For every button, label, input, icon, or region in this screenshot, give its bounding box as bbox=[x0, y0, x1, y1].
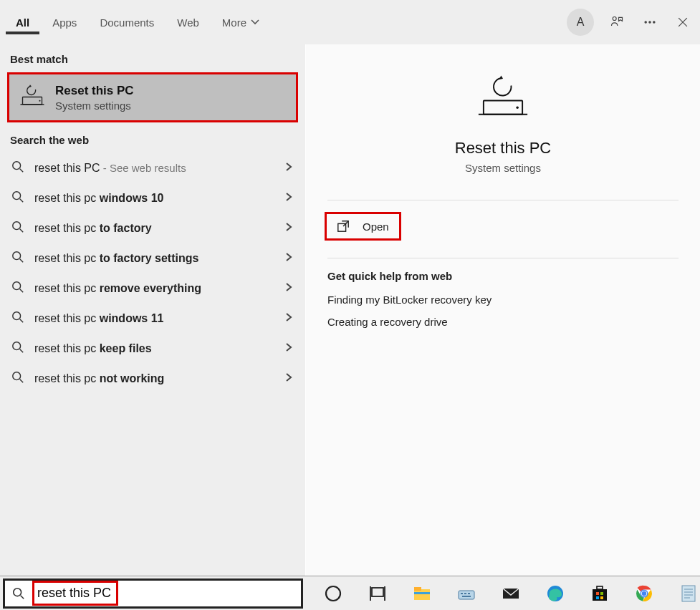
results-panel: Best match Reset this PC System settings… bbox=[0, 44, 305, 576]
best-match-text: Reset this PC System settings bbox=[55, 84, 134, 112]
svg-point-17 bbox=[14, 588, 21, 596]
svg-point-7 bbox=[13, 192, 21, 200]
svg-point-15 bbox=[516, 106, 519, 109]
help-link-recovery-drive[interactable]: Creating a recovery drive bbox=[327, 316, 679, 328]
preview-subtitle: System settings bbox=[320, 162, 686, 174]
chevron-down-icon bbox=[251, 19, 259, 25]
web-result[interactable]: reset this PC - See web results bbox=[0, 153, 305, 183]
file-explorer-icon[interactable] bbox=[411, 582, 433, 605]
svg-point-9 bbox=[13, 252, 21, 260]
web-result[interactable]: reset this pc to factory bbox=[0, 213, 305, 243]
svg-rect-20 bbox=[414, 589, 430, 600]
open-icon bbox=[337, 220, 350, 233]
svg-rect-26 bbox=[468, 593, 470, 594]
search-icon bbox=[11, 311, 24, 326]
chevron-right-icon bbox=[285, 162, 292, 175]
svg-rect-33 bbox=[600, 592, 603, 595]
svg-rect-19 bbox=[372, 588, 383, 596]
section-best-match: Best match bbox=[0, 44, 305, 72]
svg-point-2 bbox=[649, 21, 651, 23]
search-input[interactable] bbox=[32, 581, 118, 606]
web-result-label: reset this pc to factory bbox=[34, 222, 275, 235]
web-result[interactable]: reset this pc remove everything bbox=[0, 273, 305, 304]
svg-rect-34 bbox=[596, 596, 599, 599]
reset-pc-large-icon bbox=[474, 113, 532, 125]
svg-point-3 bbox=[653, 21, 655, 23]
search-icon bbox=[11, 341, 24, 357]
best-match-result[interactable]: Reset this PC System settings bbox=[7, 72, 298, 122]
notepad-icon[interactable] bbox=[677, 582, 700, 605]
reset-pc-icon bbox=[19, 83, 45, 112]
help-title: Get quick help from web bbox=[327, 270, 679, 282]
chevron-right-icon bbox=[285, 192, 292, 205]
svg-point-12 bbox=[13, 342, 21, 350]
web-result-label: reset this pc windows 11 bbox=[34, 312, 275, 325]
svg-rect-31 bbox=[597, 586, 603, 589]
avatar[interactable]: A bbox=[567, 9, 594, 36]
search-icon bbox=[11, 190, 24, 206]
svg-rect-40 bbox=[682, 586, 695, 601]
tab-more[interactable]: More bbox=[212, 11, 269, 34]
close-icon[interactable] bbox=[673, 12, 693, 32]
tab-documents[interactable]: Documents bbox=[90, 11, 164, 34]
svg-rect-32 bbox=[596, 592, 599, 595]
keyboard-icon[interactable] bbox=[455, 582, 478, 605]
tab-apps[interactable]: Apps bbox=[42, 11, 87, 34]
web-result[interactable]: reset this pc windows 10 bbox=[0, 183, 305, 213]
svg-point-5 bbox=[39, 100, 40, 102]
svg-point-18 bbox=[326, 586, 340, 601]
search-icon bbox=[11, 221, 24, 236]
best-match-title: Reset this PC bbox=[55, 84, 134, 98]
svg-rect-24 bbox=[461, 593, 463, 594]
svg-rect-35 bbox=[600, 596, 603, 599]
web-result-label: reset this pc to factory settings bbox=[34, 252, 275, 265]
web-result[interactable]: reset this pc not working bbox=[0, 364, 305, 394]
svg-point-1 bbox=[645, 21, 646, 23]
svg-rect-23 bbox=[459, 591, 474, 599]
store-icon[interactable] bbox=[588, 582, 611, 605]
svg-point-11 bbox=[13, 312, 21, 320]
web-result-label: reset this pc remove everything bbox=[34, 282, 275, 295]
web-result-label: reset this pc not working bbox=[34, 372, 275, 385]
chevron-right-icon bbox=[285, 282, 292, 295]
open-button[interactable]: Open bbox=[325, 212, 401, 241]
mail-icon[interactable] bbox=[499, 582, 522, 605]
search-icon bbox=[11, 281, 24, 296]
svg-point-39 bbox=[642, 591, 646, 595]
svg-rect-21 bbox=[414, 587, 421, 591]
divider bbox=[327, 200, 679, 200]
search-icon bbox=[12, 587, 25, 600]
taskbar bbox=[0, 576, 700, 610]
web-result[interactable]: reset this pc keep files bbox=[0, 334, 305, 364]
web-result-label: reset this pc keep files bbox=[34, 342, 275, 355]
divider bbox=[327, 258, 679, 258]
web-result-label: reset this PC - See web results bbox=[34, 162, 275, 175]
web-result[interactable]: reset this pc to factory settings bbox=[0, 243, 305, 273]
tab-all[interactable]: All bbox=[6, 11, 39, 34]
chevron-right-icon bbox=[285, 252, 292, 265]
section-search-web: Search the web bbox=[0, 125, 305, 153]
chevron-right-icon bbox=[285, 312, 292, 325]
cortana-icon[interactable] bbox=[322, 582, 345, 605]
search-box[interactable] bbox=[3, 578, 303, 609]
task-view-icon[interactable] bbox=[366, 582, 389, 605]
best-match-subtitle: System settings bbox=[55, 100, 134, 112]
search-icon bbox=[11, 160, 24, 176]
svg-point-0 bbox=[613, 17, 616, 21]
preview-panel: Reset this PC System settings Open Get q… bbox=[305, 44, 700, 576]
chrome-icon[interactable] bbox=[633, 582, 656, 605]
svg-rect-30 bbox=[593, 589, 607, 601]
open-label: Open bbox=[363, 221, 389, 233]
web-result-label: reset this pc windows 10 bbox=[34, 192, 275, 205]
chevron-right-icon bbox=[285, 342, 292, 355]
svg-rect-22 bbox=[414, 592, 430, 594]
svg-point-8 bbox=[13, 222, 21, 230]
help-link-bitlocker[interactable]: Finding my BitLocker recovery key bbox=[327, 294, 679, 306]
feedback-icon[interactable] bbox=[607, 12, 627, 32]
chevron-right-icon bbox=[285, 222, 292, 235]
more-options-icon[interactable] bbox=[640, 12, 660, 32]
web-result[interactable]: reset this pc windows 11 bbox=[0, 304, 305, 334]
svg-point-6 bbox=[13, 162, 21, 170]
edge-icon[interactable] bbox=[544, 582, 567, 605]
tab-web[interactable]: Web bbox=[167, 11, 209, 34]
